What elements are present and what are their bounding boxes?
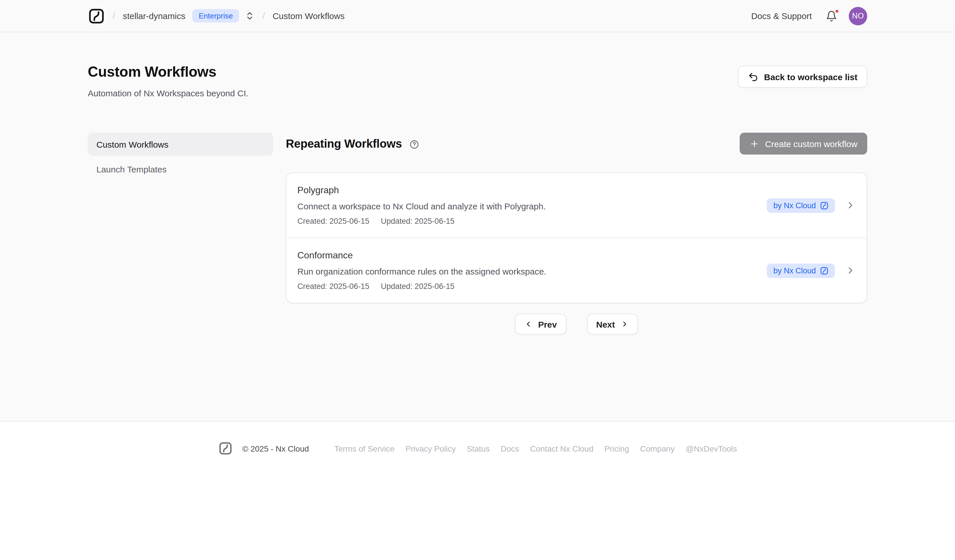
create-button-label: Create custom workflow <box>765 139 858 148</box>
workflow-row-conformance[interactable]: Conformance Run organization conformance… <box>286 238 867 303</box>
pagination: Prev Next <box>286 314 867 334</box>
workflow-name: Polygraph <box>297 184 546 196</box>
workflow-updated: Updated: 2025-06-15 <box>381 281 454 291</box>
workflow-created: Created: 2025-06-15 <box>297 281 369 291</box>
footer-link-pricing[interactable]: Pricing <box>604 444 629 453</box>
badge-label: by Nx Cloud <box>773 266 816 275</box>
workflow-row-polygraph[interactable]: Polygraph Connect a workspace to Nx Clou… <box>286 173 867 238</box>
workflows-list: Polygraph Connect a workspace to Nx Clou… <box>286 172 867 303</box>
breadcrumb-separator: / <box>262 10 265 22</box>
footer-link-docs[interactable]: Docs <box>501 444 519 453</box>
workflow-updated: Updated: 2025-06-15 <box>381 216 454 226</box>
footer-link-privacy[interactable]: Privacy Policy <box>405 444 456 453</box>
by-nx-cloud-badge[interactable]: by Nx Cloud <box>767 198 835 212</box>
next-label: Next <box>596 319 615 329</box>
nx-mini-logo-icon <box>820 266 828 275</box>
next-button[interactable]: Next <box>587 314 638 334</box>
notifications-button[interactable] <box>826 10 837 22</box>
section-title: Repeating Workflows <box>286 137 402 150</box>
nx-logo[interactable] <box>88 7 105 25</box>
copyright-text: © 2025 - Nx Cloud <box>242 444 309 453</box>
footer-link-contact[interactable]: Contact Nx Cloud <box>530 444 593 453</box>
chevron-right-icon <box>845 200 856 211</box>
footer-link-nxdevtools[interactable]: @NxDevTools <box>686 444 737 453</box>
badge-label: by Nx Cloud <box>773 201 816 210</box>
page-footer: © 2025 - Nx Cloud Terms of Service Priva… <box>0 421 955 560</box>
workflow-meta: Created: 2025-06-15 Updated: 2025-06-15 <box>297 281 546 291</box>
sidebar-item-launch-templates[interactable]: Launch Templates <box>88 158 273 181</box>
prev-label: Prev <box>538 319 557 329</box>
nx-footer-logo <box>218 441 232 455</box>
chevron-left-icon <box>524 320 532 328</box>
plus-icon <box>750 139 759 148</box>
page-title: Custom Workflows <box>88 64 248 80</box>
create-custom-workflow-button[interactable]: Create custom workflow <box>740 133 867 154</box>
avatar[interactable]: NO <box>849 7 867 25</box>
prev-button[interactable]: Prev <box>515 314 566 334</box>
workflow-created: Created: 2025-06-15 <box>297 216 369 226</box>
workflow-name: Conformance <box>297 250 546 261</box>
footer-link-terms[interactable]: Terms of Service <box>334 444 395 453</box>
breadcrumb: / stellar-dynamics Enterprise / Custom W… <box>88 7 345 25</box>
chevron-right-icon <box>621 320 629 328</box>
page-subtitle: Automation of Nx Workspaces beyond CI. <box>88 88 248 98</box>
back-button-label: Back to workspace list <box>764 72 858 82</box>
nx-mini-logo-icon <box>820 201 828 210</box>
chevrons-up-down-icon <box>245 11 255 21</box>
workspace-selector[interactable] <box>245 11 255 21</box>
workflow-description: Run organization conformance rules on th… <box>297 266 546 277</box>
settings-sidebar: Custom Workflows Launch Templates <box>88 133 273 334</box>
breadcrumb-workspace[interactable]: stellar-dynamics <box>123 11 185 21</box>
main-area: Custom Workflows Automation of Nx Worksp… <box>0 32 955 421</box>
workflow-description: Connect a workspace to Nx Cloud and anal… <box>297 201 546 212</box>
help-icon[interactable] <box>409 139 419 149</box>
footer-link-status[interactable]: Status <box>467 444 490 453</box>
notification-dot <box>834 8 839 14</box>
breadcrumb-page[interactable]: Custom Workflows <box>272 11 345 21</box>
footer-links: Terms of Service Privacy Policy Status D… <box>334 444 737 453</box>
by-nx-cloud-badge[interactable]: by Nx Cloud <box>767 263 835 278</box>
back-to-workspace-list-button[interactable]: Back to workspace list <box>738 66 867 88</box>
breadcrumb-separator: / <box>113 10 115 22</box>
chevron-right-icon <box>845 265 856 276</box>
docs-support-link[interactable]: Docs & Support <box>751 11 812 21</box>
sidebar-item-custom-workflows[interactable]: Custom Workflows <box>88 133 273 156</box>
undo-arrow-icon <box>748 71 759 82</box>
top-navbar: / stellar-dynamics Enterprise / Custom W… <box>0 0 955 32</box>
plan-badge: Enterprise <box>192 9 240 22</box>
workflow-meta: Created: 2025-06-15 Updated: 2025-06-15 <box>297 216 546 226</box>
footer-link-company[interactable]: Company <box>640 444 675 453</box>
